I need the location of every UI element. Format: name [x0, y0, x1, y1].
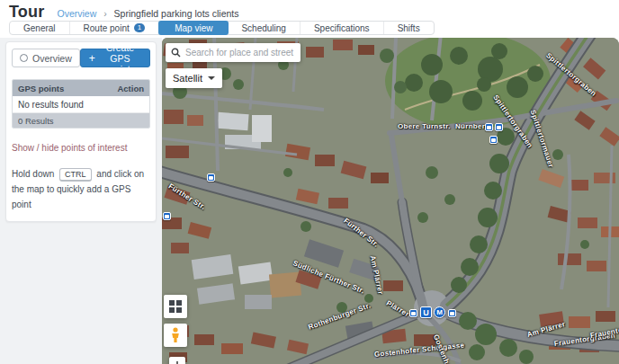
tab-map-view[interactable]: Map view: [158, 21, 229, 35]
satellite-layer-label: Satellit: [173, 73, 202, 84]
transit-stop-icon[interactable]: [207, 173, 215, 182]
tab-shifts-label: Shifts: [398, 23, 420, 33]
transit-stop-icon[interactable]: [489, 136, 498, 144]
ctrl-click-hint: Hold down CTRL and click on the map to q…: [12, 166, 150, 212]
satellite-layer-button[interactable]: Satellit: [166, 68, 222, 88]
breadcrumb: Overview › Springfield parking lots clie…: [57, 8, 238, 19]
transit-stop-icon[interactable]: [485, 123, 493, 131]
tab-scheduling[interactable]: Scheduling: [228, 22, 300, 34]
tab-route-point[interactable]: Route point 1: [70, 22, 160, 34]
gps-points-table: GPS points Action No results found 0 Res…: [12, 79, 150, 129]
gps-points-panel: Overview + Create GPS point GPS points A…: [5, 41, 157, 222]
empty-results-text: No results found: [18, 100, 84, 110]
map-search-box: [166, 43, 301, 62]
page-title: Tour: [9, 3, 44, 22]
map-canvas[interactable]: Obere Turnstr. Nürnberg Fürther Str. Für…: [162, 38, 619, 364]
app-window: Tour Overview › Springfield parking lots…: [0, 0, 619, 364]
tab-shifts[interactable]: Shifts: [384, 22, 434, 34]
breadcrumb-link-overview[interactable]: Overview: [57, 8, 96, 19]
search-icon: [171, 48, 181, 58]
breadcrumb-current: Springfield parking lots clients: [114, 8, 239, 19]
transit-stop-icon[interactable]: [495, 123, 503, 131]
chevron-down-icon: [208, 76, 215, 80]
create-gps-point-button[interactable]: + Create GPS point: [80, 49, 150, 67]
tab-scheduling-label: Scheduling: [241, 23, 285, 33]
tab-general-label: General: [23, 23, 56, 33]
breadcrumb-separator: ›: [103, 8, 107, 19]
search-input[interactable]: [185, 48, 295, 58]
transit-stop-icon[interactable]: [409, 309, 417, 317]
overview-button-label: Overview: [32, 53, 72, 64]
tab-route-point-label: Route point: [84, 23, 130, 33]
empty-results-row: No results found: [13, 96, 149, 113]
tab-specifications[interactable]: Specifications: [301, 22, 384, 34]
results-count-text: 0 Results: [18, 116, 54, 126]
ctrl-key-badge: CTRL: [59, 168, 92, 182]
sidebar: Overview + Create GPS point GPS points A…: [0, 38, 162, 364]
pegman-icon: [170, 327, 181, 343]
metro-station-icon[interactable]: M: [434, 306, 445, 318]
map-tiles-button[interactable]: [164, 295, 187, 318]
tab-general[interactable]: General: [10, 22, 70, 34]
satellite-imagery: [162, 38, 619, 364]
show-hide-poi-link[interactable]: Show / hide points of interest: [12, 143, 127, 153]
column-header-gps-points: GPS points: [18, 84, 64, 93]
map-label: Obere Turnstr.: [398, 122, 451, 130]
transit-stop-icon[interactable]: [163, 212, 171, 220]
route-point-count-badge: 1: [134, 23, 145, 32]
tab-map-view-label: Map view: [175, 23, 212, 33]
create-gps-point-label: Create GPS point: [99, 42, 141, 75]
plus-icon: +: [89, 53, 95, 64]
page-header: Tour Overview › Springfield parking lots…: [0, 0, 619, 38]
tab-specifications-label: Specifications: [314, 23, 370, 33]
circle-icon: [20, 54, 28, 62]
grid-icon: [169, 300, 182, 313]
column-header-action: Action: [117, 84, 144, 93]
ubahn-station-icon[interactable]: U: [420, 306, 432, 318]
tab-bar: General Route point 1 Map view Schedulin…: [9, 21, 435, 35]
transit-stop-icon[interactable]: [448, 309, 456, 317]
zoom-control-partial[interactable]: [169, 357, 185, 364]
results-count-row: 0 Results: [13, 113, 149, 128]
overview-button[interactable]: Overview: [12, 49, 80, 67]
pegman-button[interactable]: [164, 324, 187, 347]
hint-prefix: Hold down: [12, 169, 54, 179]
